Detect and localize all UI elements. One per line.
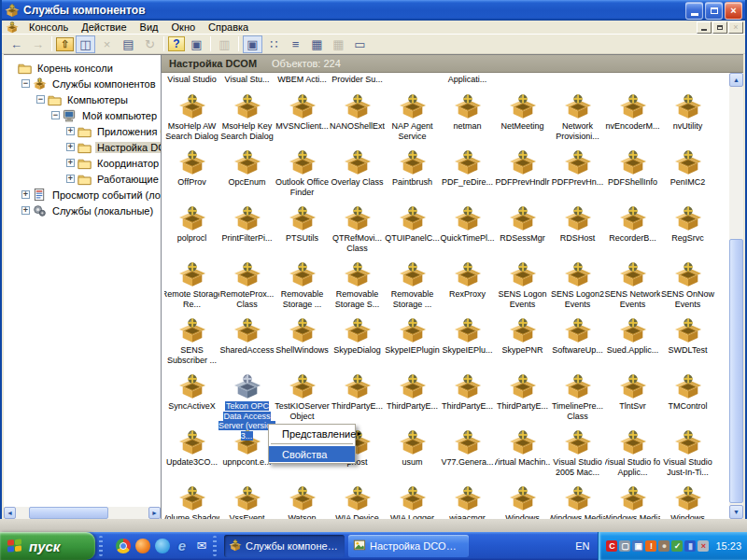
tree-expander-icon[interactable]: +: [66, 159, 75, 167]
tree-item-event-viewer-local[interactable]: +Просмотр событий (локальных): [4, 187, 161, 203]
dcom-item[interactable]: RexProxy: [440, 257, 495, 313]
tree-expander-icon[interactable]: −: [21, 79, 30, 88]
dcom-item[interactable]: Visual Studio for Applic...: [605, 425, 660, 481]
dcom-item[interactable]: Windows Managemen...: [495, 481, 550, 519]
dcom-item[interactable]: WIA Device Manager: [330, 481, 385, 519]
language-indicator[interactable]: EN: [567, 540, 598, 552]
network-tray-icon[interactable]: ▣: [632, 540, 643, 552]
dcom-item[interactable]: SkypeIEPlu...: [440, 313, 495, 369]
dcom-item-partial[interactable]: Visual Stu...: [219, 73, 275, 89]
tree-horizontal-scrollbar[interactable]: ◄ ►: [4, 507, 161, 519]
menu-window[interactable]: Окно: [165, 21, 203, 35]
dcom-item[interactable]: Update3CO...: [164, 425, 219, 481]
dcom-item[interactable]: Removable Storage S...: [330, 257, 385, 313]
dcom-item[interactable]: SkypeDialog: [330, 313, 385, 369]
dcom-item[interactable]: RDSessMgr: [495, 201, 550, 257]
dcom-item[interactable]: ThirdPartyE...: [330, 369, 385, 425]
tree-expander-icon[interactable]: +: [21, 190, 30, 199]
dcom-item[interactable]: SENS Logon2 Events: [550, 257, 605, 313]
dcom-item[interactable]: usum: [385, 425, 440, 481]
battery-tray-icon[interactable]: ▮: [684, 540, 696, 552]
clock[interactable]: 15:23: [715, 540, 741, 552]
dcom-item[interactable]: SWDLTest: [660, 313, 715, 369]
console-window-icon[interactable]: ▭: [350, 35, 370, 53]
tree-item-component-services[interactable]: −Службы компонентов: [4, 76, 161, 91]
dcom-item-selected[interactable]: Tekon OPC Data Access Server (version 3.…: [219, 369, 275, 425]
tree-item-dtc-coordinator[interactable]: +Координатор распреде: [4, 155, 161, 171]
dcom-item[interactable]: MsoHelp AW Search Dialog: [164, 89, 219, 145]
dcom-item[interactable]: Network Provisioni...: [550, 89, 605, 145]
tree-item-console-root[interactable]: +Корень консоли: [4, 60, 161, 76]
dcom-item[interactable]: PTSUtils: [275, 201, 330, 257]
dcom-item-partial[interactable]: Visual Studio: [164, 73, 219, 89]
tree-expander-icon[interactable]: +: [66, 127, 75, 135]
tree-expander-icon[interactable]: +: [66, 175, 75, 183]
dcom-item[interactable]: SENS Logon Events: [495, 257, 550, 313]
task-dcom-image[interactable]: Настройка DCOM.JP...: [348, 535, 469, 557]
minimize-button[interactable]: [685, 2, 703, 20]
dcom-item[interactable]: wiaacmgr: [440, 481, 495, 519]
dcom-item[interactable]: SENS Network Events: [605, 257, 660, 313]
updates-tray-icon[interactable]: ✓: [671, 540, 683, 552]
dcom-item[interactable]: Volume Shadow Co...: [164, 481, 219, 519]
tree-item-my-computer[interactable]: −Мой компьютер: [4, 107, 161, 123]
dcom-item[interactable]: SENS Subscriber ...: [164, 313, 219, 369]
messenger-icon[interactable]: [155, 539, 170, 553]
dcom-item[interactable]: QuickTimePl...: [440, 201, 495, 257]
dcom-item[interactable]: SkypePNR: [495, 313, 550, 369]
close-button[interactable]: ×: [725, 2, 742, 20]
dcom-item[interactable]: SkypeIEPlugin: [385, 313, 440, 369]
dcom-item[interactable]: MsoHelp Key Search Dialog: [219, 89, 275, 145]
dcom-item[interactable]: SyncActiveX: [164, 369, 219, 425]
scroll-thumb[interactable]: [29, 507, 108, 519]
comodo-tray-icon[interactable]: C: [606, 540, 617, 552]
context-menu-item-view[interactable]: Представление►: [269, 426, 355, 441]
dcom-item[interactable]: RDSHost: [550, 201, 605, 257]
firefox-icon[interactable]: [135, 539, 150, 553]
menu-action[interactable]: Действие: [75, 21, 133, 35]
tree-expander-icon[interactable]: −: [51, 111, 60, 119]
dcom-item[interactable]: netman: [440, 89, 495, 145]
dcom-item[interactable]: MVSNClient...: [275, 89, 330, 145]
dcom-item[interactable]: Windows Media Pla...: [605, 481, 660, 519]
dcom-item[interactable]: SoftwareUp...: [550, 313, 605, 369]
chrome-icon[interactable]: [116, 539, 131, 553]
dcom-item[interactable]: TlntSvr: [605, 369, 660, 425]
dcom-item[interactable]: WIA Logger: [385, 481, 440, 519]
tree-expander-icon[interactable]: +: [21, 206, 30, 215]
dcom-item[interactable]: SENS OnNow Events: [660, 257, 715, 313]
dcom-item[interactable]: nvEncoderM...: [605, 89, 660, 145]
dcom-item[interactable]: NetMeeting: [495, 89, 550, 145]
dcom-item[interactable]: RecorderB...: [605, 201, 660, 257]
tree-item-computers[interactable]: −Компьютеры: [4, 91, 161, 107]
dcom-item-partial[interactable]: Applicati...: [440, 73, 495, 89]
dcom-item[interactable]: TimelinePre... Class: [550, 369, 605, 425]
back-icon[interactable]: ←: [7, 35, 26, 53]
vertical-scrollbar[interactable]: ▲ ▼: [729, 73, 743, 519]
dcom-item[interactable]: PrintFilterPi...: [219, 201, 275, 257]
agent-tray-icon[interactable]: ●: [658, 540, 669, 552]
scroll-down-icon[interactable]: ▼: [729, 505, 743, 519]
dcom-item[interactable]: VssEvent: [219, 481, 275, 519]
mail-icon[interactable]: ✉: [194, 539, 209, 553]
dcom-item-partial[interactable]: WBEM Acti...: [275, 73, 330, 89]
taskbar-grip[interactable]: [99, 536, 103, 556]
dcom-item[interactable]: V77.Genera...: [440, 425, 495, 481]
dcom-item[interactable]: RemoteProx... Class: [219, 257, 275, 313]
dcom-item[interactable]: ShellWindows: [275, 313, 330, 369]
dcom-item[interactable]: QTRefMovi... Class: [330, 201, 385, 257]
dcom-item[interactable]: Visual Studio 2005 Mac...: [550, 425, 605, 481]
taskbar-grip[interactable]: [213, 536, 217, 556]
menu-console[interactable]: Консоль: [22, 21, 75, 35]
show-console-tree-icon[interactable]: ◫: [76, 35, 95, 53]
dcom-item[interactable]: SharedAccess: [219, 313, 275, 369]
scroll-left-icon[interactable]: ◄: [4, 507, 16, 519]
child-window-icon[interactable]: [6, 21, 19, 34]
details-view-icon[interactable]: ▦: [307, 35, 327, 53]
tree-expander-icon[interactable]: +: [66, 143, 75, 151]
dcom-item[interactable]: ThirdPartyE...: [440, 369, 495, 425]
display-tray-icon[interactable]: ▢: [619, 540, 630, 552]
dcom-item[interactable]: Virtual Machin...: [495, 425, 550, 481]
tree-item-running-processes[interactable]: +Работающие процессы: [4, 171, 161, 187]
menu-help[interactable]: Справка: [202, 21, 255, 35]
